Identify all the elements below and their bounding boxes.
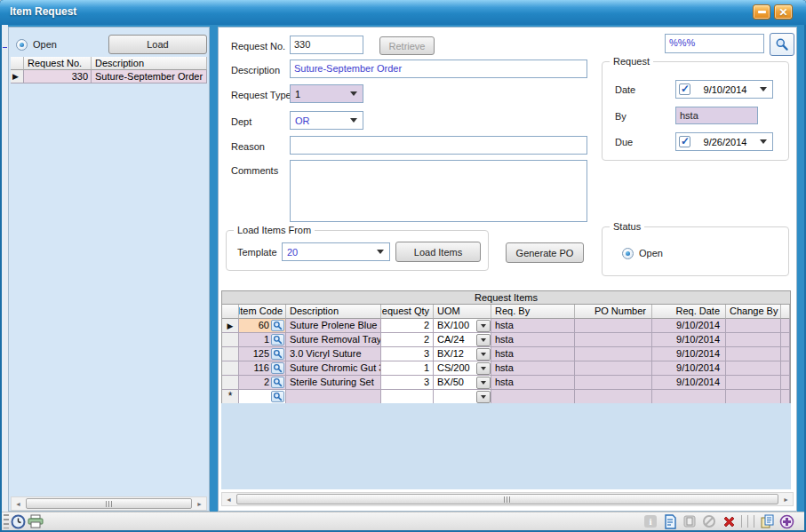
qty-cell[interactable]: 2	[381, 319, 434, 333]
close-button[interactable]: ✕	[774, 4, 793, 20]
item-code-cell[interactable]	[239, 390, 286, 404]
uom-dropdown-button[interactable]	[476, 391, 491, 403]
table-row[interactable]: ▶ 330 Suture-September Order	[11, 70, 207, 83]
uom-cell[interactable]: BX/50	[434, 376, 491, 390]
column-header-po-number[interactable]: PO Number	[575, 305, 652, 319]
minimize-button[interactable]	[753, 4, 770, 20]
qty-cell[interactable]: 3	[381, 347, 434, 361]
qty-cell[interactable]: 3	[381, 376, 434, 390]
uom-cell[interactable]: CA/24	[434, 333, 491, 347]
item-code-cell[interactable]: 116	[239, 361, 286, 376]
item-code-cell[interactable]: 1	[239, 333, 286, 347]
delete-icon[interactable]	[720, 513, 738, 529]
scroll-left-arrow[interactable]: ◄	[222, 493, 235, 505]
description-cell[interactable]: Suture Prolene Blue 2-0	[286, 319, 381, 333]
scrollbar-thumb[interactable]	[236, 494, 778, 504]
search-input[interactable]: %%%	[665, 34, 764, 53]
column-header-uom[interactable]: UOM	[434, 305, 491, 319]
row-selector[interactable]	[222, 376, 239, 390]
dept-dropdown[interactable]: OR	[290, 111, 363, 130]
description-cell[interactable]	[286, 390, 381, 404]
date-picker[interactable]: 9/10/2014	[675, 80, 773, 99]
column-header-description[interactable]: Description	[92, 57, 207, 70]
column-header-change-by[interactable]: Change By	[726, 305, 781, 319]
load-button[interactable]: Load	[108, 35, 207, 54]
uom-dropdown-button[interactable]	[476, 348, 491, 361]
item-code-cell[interactable]: 60	[239, 319, 286, 333]
description-cell[interactable]: Sterile Suturing Set	[286, 376, 381, 390]
info-icon[interactable]: i	[642, 513, 659, 529]
scrollbar-thumb[interactable]	[26, 498, 192, 509]
open-filter-radio[interactable]	[16, 39, 28, 51]
title-bar[interactable]: Item Request ✕	[0, 0, 806, 25]
table-row[interactable]: 116 Suture Chromic Gut 3-0 1 CS/200 hsta…	[222, 361, 790, 376]
uom-dropdown-button[interactable]	[476, 362, 491, 375]
lookup-button[interactable]	[271, 391, 284, 402]
column-header-req-date[interactable]: Req. Date	[652, 305, 726, 319]
uom-cell[interactable]: BX/100	[434, 319, 491, 333]
uom-dropdown-button[interactable]	[476, 334, 491, 346]
table-horizontal-scrollbar[interactable]: ◄ ►	[221, 492, 794, 506]
docked-panel-edge[interactable]	[2, 25, 8, 512]
item-code-cell[interactable]: 2	[239, 376, 286, 390]
uom-cell[interactable]: BX/12	[434, 347, 491, 361]
comments-field[interactable]	[290, 160, 587, 222]
row-selector[interactable]	[222, 361, 239, 376]
table-row[interactable]: 125 3.0 Vicryl Suture 3 BX/12 hsta 9/10/…	[222, 347, 790, 361]
uom-cell[interactable]: CS/200	[434, 361, 491, 376]
table-row[interactable]: 1 Suture Removal Tray 2 CA/24 hsta 9/10/…	[222, 333, 790, 347]
edit-document-icon[interactable]	[661, 513, 679, 529]
uom-cell[interactable]	[434, 390, 491, 404]
column-header-request-qty[interactable]: Request Qty	[381, 305, 434, 319]
status-open-radio[interactable]	[622, 248, 634, 259]
column-header-item-code[interactable]: Item Code	[239, 305, 286, 319]
column-header-request-no[interactable]: Request No.	[24, 57, 92, 70]
row-selector[interactable]	[222, 333, 239, 347]
row-selector[interactable]	[222, 347, 239, 361]
block-icon[interactable]	[700, 513, 718, 529]
request-list-header: Request No. Description	[11, 57, 207, 70]
lookup-button[interactable]	[271, 362, 284, 374]
printer-icon[interactable]	[27, 513, 44, 529]
search-button[interactable]	[770, 33, 794, 56]
request-no-field[interactable]: 330	[290, 36, 363, 54]
qty-cell[interactable]: 1	[381, 361, 434, 376]
column-header-req-by[interactable]: Req. By	[491, 305, 575, 319]
lookup-button[interactable]	[271, 334, 284, 345]
column-header-description[interactable]: Description	[286, 305, 381, 319]
scroll-left-arrow[interactable]: ◄	[12, 497, 25, 510]
request-type-dropdown[interactable]: 1	[290, 84, 363, 103]
table-row[interactable]: ▶ 60 Suture Prolene Blue 2-0 2 BX/100 hs…	[222, 319, 790, 333]
retrieve-button[interactable]: Retrieve	[379, 36, 435, 55]
uom-dropdown-button[interactable]	[476, 320, 491, 332]
load-items-button[interactable]: Load Items	[395, 242, 481, 262]
table-row[interactable]: 2 Sterile Suturing Set 3 BX/50 hsta 9/10…	[222, 376, 790, 390]
reason-field[interactable]	[290, 136, 587, 155]
description-cell[interactable]: Suture Chromic Gut 3-0	[286, 361, 381, 376]
qty-cell[interactable]: 2	[381, 333, 434, 347]
document-small-icon[interactable]	[681, 513, 698, 529]
description-cell[interactable]: Suture-September Order	[92, 70, 207, 83]
date-checkbox[interactable]	[679, 83, 690, 95]
scroll-right-arrow[interactable]: ►	[193, 497, 206, 510]
copy-record-icon[interactable]	[758, 513, 776, 529]
description-cell[interactable]: Suture Removal Tray	[286, 333, 381, 347]
new-row[interactable]: *	[222, 390, 790, 404]
add-record-icon[interactable]	[778, 513, 795, 529]
qty-cell[interactable]	[381, 390, 434, 404]
uom-dropdown-button[interactable]	[476, 377, 491, 389]
lookup-button[interactable]	[271, 377, 284, 388]
due-checkbox[interactable]	[679, 136, 690, 147]
clock-icon[interactable]	[9, 513, 27, 529]
lookup-button[interactable]	[271, 348, 284, 360]
description-field[interactable]: Suture-September Order	[290, 60, 587, 78]
request-no-cell[interactable]: 330	[24, 70, 92, 83]
left-horizontal-scrollbar[interactable]: ◄ ►	[11, 496, 207, 511]
due-picker[interactable]: 9/26/2014	[675, 132, 773, 151]
item-code-cell[interactable]: 125	[239, 347, 286, 361]
lookup-button[interactable]	[271, 320, 284, 331]
template-dropdown[interactable]: 20	[282, 242, 390, 261]
description-cell[interactable]: 3.0 Vicryl Suture	[286, 347, 381, 361]
generate-po-button[interactable]: Generate PO	[506, 242, 584, 263]
scroll-right-arrow[interactable]: ►	[779, 493, 793, 505]
